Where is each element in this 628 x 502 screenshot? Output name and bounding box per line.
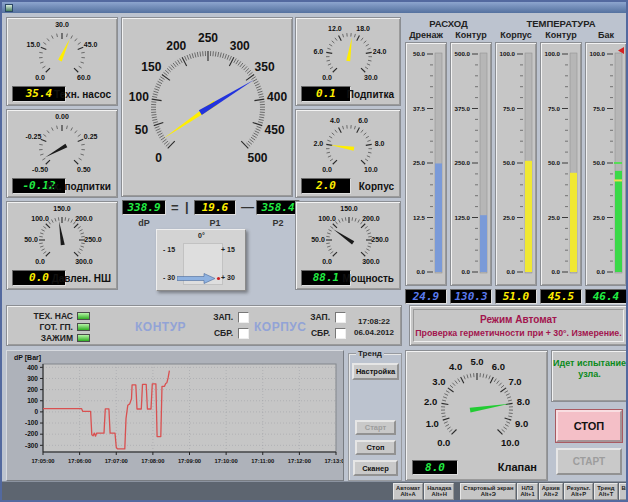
tilt-zero-label: 0° [198,232,205,239]
got-gp-label: ГОТ. ГП. [19,322,73,332]
korpus-label: Корпус [359,181,394,192]
taskbar-trend-button[interactable]: ТрендAlt+Т [594,483,617,500]
bar-meter-korpus: 100.075.050.025.00.0 [495,42,537,286]
svg-text:300.0: 300.0 [362,258,380,265]
svg-text:15.0: 15.0 [27,41,41,48]
date-text: 06.04.2012 [347,327,401,338]
svg-text:0.0: 0.0 [506,268,515,275]
korpus-sbr-checkbox[interactable] [335,328,346,339]
trend-start-button[interactable]: Старт [355,420,396,435]
svg-text:400: 400 [267,90,287,104]
stop-button[interactable]: СТОП [556,410,622,442]
svg-text:0.0: 0.0 [35,258,45,265]
svg-text:0.0: 0.0 [322,74,332,81]
p1-value: 19.6 [194,200,236,215]
svg-text:125.0: 125.0 [455,214,471,221]
tehn-nasos-gauge: 0.015.030.045.060.0 [10,20,114,86]
svg-text:200: 200 [166,39,186,53]
svg-text:25.0: 25.0 [548,214,561,221]
svg-text:17:10:00: 17:10:00 [215,458,238,464]
svg-text:10.0: 10.0 [501,437,520,448]
bar-header-bak: Бак [585,30,627,40]
klapan-gauge: 0.01.02.03.04.05.06.07.08.09.010.0 [409,353,545,461]
svg-text:8.0: 8.0 [375,140,385,147]
clock: 17:08:22 06.04.2012 [347,316,401,338]
svg-text:3.0: 3.0 [432,376,445,387]
trend-settings-button[interactable]: Настройка [352,363,399,380]
svg-text:30.0: 30.0 [364,74,378,81]
svg-text:500.0: 500.0 [455,50,471,57]
svg-text:300: 300 [27,375,38,382]
svg-text:100.0: 100.0 [590,50,606,57]
tilt-minus15-label: - 15 [163,246,175,253]
tech-nas-led-icon [77,312,90,320]
svg-text:2.0: 2.0 [424,396,437,407]
korpus-zap-label: ЗАП. [304,312,330,322]
svg-text:25.0: 25.0 [503,214,516,221]
trend-groupbox: Тренд Настройка Старт Стоп Сканер [348,353,402,481]
svg-text:1.0: 1.0 [426,418,439,429]
svg-text:25.0: 25.0 [593,214,606,221]
bar-meter-drenazh: 50.037.525.012.50.0 [405,42,447,286]
p2-label: P2 [256,218,300,228]
svg-text:-100: -100 [25,419,38,426]
gauge-panel-davlen-nsh: 0.050.0100.0150.0200.0250.0300.0 0.0 Дав… [6,201,118,290]
trend-scanner-button[interactable]: Сканер [353,460,398,476]
svg-text:250: 250 [198,31,218,45]
start-button[interactable]: СТАРТ [556,448,622,475]
window-titlebar[interactable] [2,2,626,13]
svg-text:250.0: 250.0 [84,236,102,243]
svg-text:17:12:00: 17:12:00 [288,458,311,464]
svg-text:30.0: 30.0 [55,21,69,28]
svg-text:50: 50 [135,123,149,137]
svg-text:9.0: 9.0 [515,418,528,429]
svg-text:25.0: 25.0 [413,159,426,166]
svg-text:0.50: 0.50 [77,166,91,173]
taskbar-rezult-button[interactable]: Результ.Alt+Р [564,483,594,500]
trend-stop-button[interactable]: Стоп [355,440,396,455]
svg-text:100: 100 [129,90,149,104]
taskbar-arhiv-button[interactable]: АрхивAlt+2 [539,483,563,500]
taskbar-nlz-button[interactable]: НЛЗAlt+1 [517,483,537,500]
svg-text:6.0: 6.0 [492,361,505,372]
kontur2-value: 45.5 [540,289,582,304]
podpitka-label: Подпитка [347,89,394,100]
svg-text:0: 0 [34,408,38,415]
svg-text:100.0: 100.0 [318,215,336,222]
taskbar-vesovoy-button[interactable]: ВесовойAlt+В [619,483,628,500]
svg-text:400: 400 [27,364,38,371]
taskbar-start-screen-button[interactable]: Стартовый экранAlt+Э [460,483,516,500]
svg-text:-300: -300 [25,442,38,449]
svg-text:12.0: 12.0 [328,25,342,32]
svg-text:0.0: 0.0 [437,437,450,448]
taskbar-naladka-button[interactable]: НаладкаAlt+Н [424,483,454,500]
svg-text:17:13:00: 17:13:00 [324,458,343,464]
svg-text:50.0: 50.0 [311,236,325,243]
svg-text:350: 350 [255,60,275,74]
trend-group-title: Тренд [356,349,384,358]
kontur-checkbox-block: ЗАП. СБР. [207,309,249,341]
mode-panel: Режим Автомат Проверка герметичности при… [409,305,628,346]
svg-text:5.0: 5.0 [470,356,483,367]
svg-text:17:06:00: 17:06:00 [68,458,91,464]
svg-text:100.0: 100.0 [545,50,561,57]
korpus-sbr-label: СБР. [304,328,330,338]
klapan-value: 8.0 [412,460,458,475]
svg-text:12.5: 12.5 [413,214,426,221]
svg-text:200: 200 [27,386,38,393]
korpus-zap-checkbox[interactable] [335,312,346,323]
svg-text:0.0: 0.0 [35,74,45,81]
taskbar-avtomat-button[interactable]: АвтоматAlt+А [393,483,423,500]
temperature-section-header: ТЕМПЕРАТУРА [495,18,627,29]
svg-text:4.0: 4.0 [330,117,340,124]
app-icon [5,4,13,12]
svg-text:50.0: 50.0 [503,159,516,166]
svg-text:75.0: 75.0 [503,105,516,112]
svg-text:17:09:00: 17:09:00 [178,458,201,464]
svg-text:150.0: 150.0 [340,205,358,212]
kontur-sbr-checkbox[interactable] [238,328,249,339]
gauge-panel-podpitka: 0.06.012.018.024.030.0 0.1 Подпитка [295,17,401,106]
flow-section-header: РАСХОД [405,18,492,29]
kontur-zap-checkbox[interactable] [238,312,249,323]
tilt-plus15-label: + 15 [221,246,235,253]
